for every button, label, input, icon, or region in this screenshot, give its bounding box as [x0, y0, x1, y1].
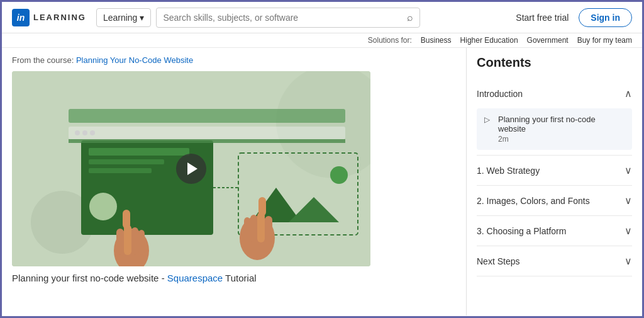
svg-rect-21	[124, 225, 131, 255]
section-introduction: Introduction ∧ ▷ Planning your first no-…	[477, 79, 632, 156]
svg-rect-24	[123, 210, 130, 229]
section-next-steps: Next Steps ∨	[477, 246, 632, 276]
buy-for-my-team-link[interactable]: Buy for my team	[577, 36, 632, 45]
chevron-up-icon: ∧	[625, 88, 632, 99]
svg-point-14	[75, 130, 80, 135]
svg-rect-30	[258, 197, 266, 216]
svg-rect-27	[257, 212, 265, 242]
video-title-prefix: Planning your first no-code website -	[12, 273, 167, 283]
main-content: From the course: Planning Your No-Code W…	[2, 48, 642, 315]
breadcrumb-prefix: From the course:	[12, 55, 74, 65]
play-triangle-icon	[187, 162, 197, 175]
svg-point-15	[82, 130, 87, 135]
search-icon: ⌕	[407, 12, 413, 23]
section-web-strategy-label: 1. Web Strategy	[477, 166, 540, 176]
svg-rect-20	[116, 229, 124, 255]
video-container[interactable]	[12, 71, 370, 266]
section-images-colors-fonts-header[interactable]: 2. Images, Colors, and Fonts ∨	[477, 186, 632, 215]
section-choosing-platform: 3. Choosing a Platform ∨	[477, 216, 632, 246]
svg-rect-29	[244, 217, 250, 242]
solutions-label: Solutions for:	[368, 36, 412, 45]
lesson-item[interactable]: ▷ Planning your first no-code website 2m	[477, 108, 632, 150]
dropdown-arrow-icon: ▾	[140, 13, 144, 23]
section-next-steps-header[interactable]: Next Steps ∨	[477, 246, 632, 276]
learning-dropdown-label: Learning	[103, 13, 138, 23]
lesson-title: Planning your first no-code website	[498, 115, 625, 133]
lesson-play-icon: ▷	[484, 115, 493, 124]
svg-rect-23	[138, 230, 145, 255]
section-web-strategy-header[interactable]: 1. Web Strategy ∨	[477, 156, 632, 185]
chevron-down-icon-2: ∨	[625, 195, 632, 207]
section-images-colors-fonts: 2. Images, Colors, and Fonts ∨	[477, 186, 632, 216]
chevron-down-icon-4: ∨	[625, 255, 632, 267]
header-right: Start free trial Sign in	[516, 8, 632, 27]
contents-title: Contents	[477, 55, 632, 70]
squarespace-link[interactable]: Squarespace	[167, 273, 223, 283]
learning-logo-text: LEARNING	[33, 13, 86, 22]
search-button[interactable]: ⌕	[407, 12, 413, 23]
svg-rect-4	[89, 148, 189, 156]
search-input[interactable]	[163, 13, 402, 23]
video-title-suffix: Tutorial	[223, 273, 256, 283]
lesson-duration: 2m	[498, 135, 625, 144]
chevron-down-icon-3: ∨	[625, 225, 632, 237]
svg-rect-6	[89, 168, 152, 173]
svg-point-11	[330, 166, 348, 184]
business-link[interactable]: Business	[421, 36, 452, 45]
svg-rect-26	[265, 216, 272, 242]
chevron-down-icon: ∨	[625, 164, 632, 176]
main-header: in LEARNING Learning ▾ ⌕ Start free tria…	[2, 2, 642, 33]
breadcrumb: From the course: Planning Your No-Code W…	[12, 55, 456, 65]
right-panel: Contents Introduction ∧ ▷ Planning your …	[466, 48, 642, 315]
government-link[interactable]: Government	[527, 36, 569, 45]
section-next-steps-label: Next Steps	[477, 256, 519, 266]
lesson-info: Planning your first no-code website 2m	[498, 115, 625, 144]
linkedin-logo-icon: in	[12, 9, 30, 26]
section-introduction-header[interactable]: Introduction ∧	[477, 79, 632, 108]
section-choosing-platform-label: 3. Choosing a Platform	[477, 226, 566, 236]
sub-nav: Solutions for: Business Higher Education…	[2, 33, 642, 48]
sign-in-button[interactable]: Sign in	[579, 8, 632, 27]
svg-rect-17	[69, 139, 345, 143]
learning-dropdown[interactable]: Learning ▾	[96, 8, 152, 27]
svg-point-7	[89, 193, 117, 220]
svg-rect-28	[250, 215, 257, 242]
play-button[interactable]	[176, 154, 206, 184]
section-introduction-label: Introduction	[477, 89, 523, 99]
section-images-colors-fonts-label: 2. Images, Colors, and Fonts	[477, 196, 590, 206]
section-choosing-platform-header[interactable]: 3. Choosing a Platform ∨	[477, 216, 632, 246]
course-link[interactable]: Planning Your No-Code Website	[76, 55, 193, 65]
svg-rect-13	[69, 127, 345, 139]
logo-area: in LEARNING	[12, 9, 86, 26]
section-introduction-lessons: ▷ Planning your first no-code website 2m	[477, 108, 632, 150]
section-web-strategy: 1. Web Strategy ∨	[477, 156, 632, 186]
svg-point-16	[90, 130, 95, 135]
svg-rect-22	[131, 227, 138, 255]
svg-rect-18	[69, 109, 345, 123]
start-free-trial-link[interactable]: Start free trial	[516, 13, 569, 23]
left-panel: From the course: Planning Your No-Code W…	[2, 48, 466, 315]
search-bar: ⌕	[156, 8, 420, 28]
svg-rect-5	[89, 159, 164, 164]
higher-education-link[interactable]: Higher Education	[460, 36, 518, 45]
video-title: Planning your first no-code website - Sq…	[12, 273, 456, 283]
